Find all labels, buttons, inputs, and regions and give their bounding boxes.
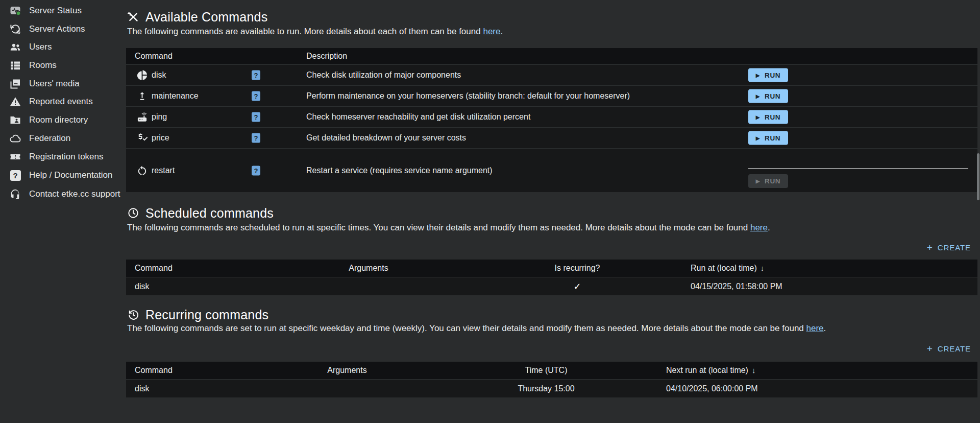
- sidebar-label: Users: [29, 42, 52, 52]
- intro-text: The following commands are scheduled to …: [127, 223, 750, 232]
- server-status-icon: [9, 5, 21, 17]
- sidebar-item-registration-tokens[interactable]: Registration tokens: [0, 148, 121, 166]
- intro-period: .: [768, 223, 770, 232]
- sidebar-item-reported-events[interactable]: Reported events: [0, 92, 121, 111]
- sidebar-label: Federation: [29, 133, 70, 144]
- table-row[interactable]: disk Thursday 15:00 04/10/2025, 06:00:00…: [126, 380, 977, 397]
- intro-text: The following commands are set to run at…: [127, 323, 806, 333]
- section-title-text: Scheduled commands: [145, 206, 274, 221]
- sidebar-label: Rooms: [29, 60, 57, 70]
- column-header-command: Command: [135, 52, 173, 61]
- column-header-run-at[interactable]: Run at (local time)↓: [688, 264, 977, 273]
- available-commands-table: Command Description disk ? Check disk ut…: [126, 48, 977, 192]
- cell-run-at: 04/15/2025, 01:58:00 PM: [688, 282, 977, 291]
- table-row-disk: disk ? Check disk utilization of major c…: [126, 65, 977, 86]
- sidebar-label: Reported events: [29, 97, 93, 107]
- table-row-ping: ping ? Check homeserver reachability and…: [126, 107, 977, 128]
- run-price-button[interactable]: ▶RUN: [748, 131, 788, 145]
- cell-is-recurring: ✓: [467, 281, 688, 292]
- command-name: ping: [152, 112, 167, 122]
- restart-icon: [136, 165, 148, 176]
- sidebar-item-federation[interactable]: Federation: [0, 129, 121, 148]
- pie-chart-icon: [136, 69, 148, 81]
- table-header-row: Command Arguments Time (UTC) Next run at…: [126, 362, 977, 380]
- table-row-price: price ? Get detailed breakdown of your s…: [126, 128, 977, 149]
- sidebar-label: Help / Documentation: [29, 170, 112, 180]
- cell-command: disk: [126, 384, 265, 393]
- create-recurring-button[interactable]: + CREATE: [927, 344, 971, 354]
- admin-panel: Server Status Server Actions Users Rooms: [0, 0, 980, 423]
- help-badge[interactable]: ?: [252, 70, 260, 80]
- column-header-command: Command: [126, 264, 271, 273]
- run-restart-button[interactable]: ▶RUN: [748, 174, 788, 188]
- play-icon: ▶: [756, 73, 760, 78]
- help-badge[interactable]: ?: [252, 166, 260, 175]
- table-header-row: Command Description: [126, 48, 977, 65]
- help-badge[interactable]: ?: [252, 133, 260, 143]
- table-row[interactable]: disk ✓ 04/15/2025, 01:58:00 PM: [126, 277, 977, 295]
- column-header-description: Description: [306, 52, 347, 61]
- sidebar-item-server-actions[interactable]: Server Actions: [0, 20, 121, 38]
- column-header-arguments: Arguments: [271, 264, 467, 273]
- play-icon: ▶: [756, 179, 760, 184]
- sort-desc-icon: ↓: [752, 366, 756, 374]
- main-content: Available Commands The following command…: [126, 0, 977, 423]
- cell-command: disk: [126, 282, 271, 291]
- clock-icon: [127, 207, 139, 219]
- table-row-restart: restart ? Restart a service (requires se…: [126, 149, 977, 192]
- cloud-icon: [9, 132, 21, 145]
- help-badge[interactable]: ?: [252, 112, 260, 122]
- sidebar-label: Server Status: [29, 6, 82, 16]
- tools-icon: [127, 11, 139, 23]
- scheduled-details-link[interactable]: here: [750, 223, 768, 232]
- rooms-list-icon: [9, 59, 21, 72]
- sidebar-item-room-directory[interactable]: Room directory: [0, 111, 121, 129]
- sidebar-item-server-status[interactable]: Server Status: [0, 2, 121, 20]
- section-title-text: Available Commands: [145, 10, 267, 25]
- run-ping-button[interactable]: ▶RUN: [748, 110, 788, 124]
- sidebar-label: Contact etke.cc support: [29, 189, 120, 199]
- plus-icon: +: [927, 344, 933, 354]
- scrollbar-thumb[interactable]: [977, 153, 979, 200]
- sidebar-item-rooms[interactable]: Rooms: [0, 56, 121, 75]
- command-name: price: [152, 133, 169, 143]
- create-scheduled-button[interactable]: + CREATE: [927, 243, 971, 252]
- play-icon: ▶: [756, 114, 760, 120]
- support-agent-icon: [9, 188, 21, 200]
- warning-icon: [9, 96, 21, 108]
- play-icon: ▶: [756, 93, 760, 99]
- intro-period: .: [824, 323, 826, 333]
- restart-argument-input[interactable]: [748, 152, 968, 169]
- help-badge[interactable]: ?: [252, 91, 260, 101]
- sidebar-label: Server Actions: [29, 24, 85, 34]
- column-header-next-run-at[interactable]: Next run at (local time)↓: [664, 366, 977, 375]
- users-icon: [9, 41, 21, 53]
- available-details-link[interactable]: here: [483, 27, 500, 36]
- available-commands-title: Available Commands: [127, 8, 267, 26]
- command-description: Check homeserver reachability and get di…: [306, 112, 530, 122]
- intro-period: .: [500, 27, 503, 36]
- run-maintenance-button[interactable]: ▶RUN: [748, 89, 788, 103]
- server-actions-icon: [9, 23, 21, 35]
- command-name: restart: [152, 166, 175, 175]
- cell-time-utc: Thursday 15:00: [429, 384, 664, 393]
- sidebar-item-contact-support[interactable]: Contact etke.cc support: [0, 185, 121, 203]
- command-description: Perform maintenance on your homeservers …: [306, 91, 630, 101]
- sidebar-item-users[interactable]: Users: [0, 38, 121, 56]
- recurring-details-link[interactable]: here: [806, 323, 824, 333]
- folder-shared-icon: [9, 114, 21, 126]
- price-check-icon: [136, 132, 148, 144]
- sidebar-item-users-media[interactable]: Users' media: [0, 75, 121, 93]
- scheduled-commands-table: Command Arguments Is recurring? Run at (…: [126, 260, 977, 295]
- column-header-arguments: Arguments: [265, 366, 429, 375]
- sidebar-label: Registration tokens: [29, 152, 104, 162]
- sort-desc-icon: ↓: [761, 264, 765, 272]
- command-name: disk: [152, 70, 166, 80]
- run-disk-button[interactable]: ▶RUN: [748, 68, 788, 82]
- column-header-time-utc: Time (UTC): [429, 366, 664, 375]
- recurring-intro: The following commands are set to run at…: [127, 323, 826, 334]
- command-description: Check disk utilization of major componen…: [306, 70, 461, 80]
- check-icon: ✓: [573, 281, 581, 292]
- sidebar-item-help-documentation[interactable]: ? Help / Documentation: [0, 166, 121, 184]
- intro-text: The following commands are available to …: [127, 27, 483, 36]
